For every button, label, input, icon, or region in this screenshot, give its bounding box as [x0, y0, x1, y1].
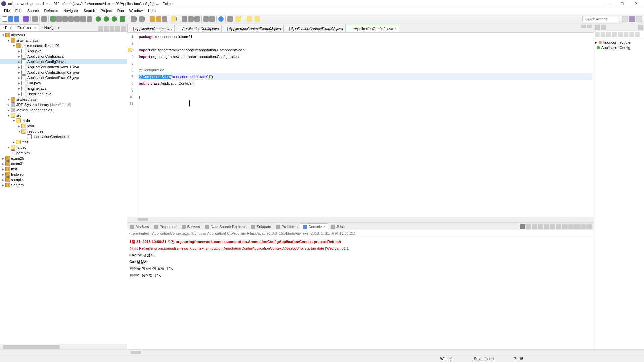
maximize-view-icon[interactable] [121, 26, 126, 31]
scroll-lock-icon[interactable] [544, 224, 549, 229]
tab-markers[interactable]: Markers [127, 224, 152, 230]
scrollbar-thumb[interactable] [138, 218, 148, 221]
tree-item[interactable]: Maven Dependencies [16, 108, 52, 112]
hide-static-icon[interactable] [606, 32, 611, 37]
more-tabs-icon[interactable] [638, 25, 643, 30]
collapse-all-icon[interactable] [98, 26, 103, 31]
tree-item[interactable]: JRE System Library [16, 103, 49, 107]
link-editor-icon[interactable] [104, 26, 109, 31]
annotation-icon[interactable] [209, 16, 215, 22]
editor-maximize-icon[interactable] [587, 25, 592, 28]
new-folder-icon[interactable] [162, 16, 167, 22]
outline-view[interactable]: ▸kr.or.connect.die ApplicationConfig [594, 38, 644, 52]
console-output[interactable]: 1월 31, 2018 10:00:21 오전 org.springframew… [127, 237, 594, 349]
tab-dse[interactable]: Data Source Explorer [203, 224, 249, 230]
tree-item[interactable]: diexam01 [11, 33, 27, 37]
hide-fields-icon[interactable] [601, 32, 605, 37]
menu-run[interactable]: Run [115, 8, 127, 13]
debug-last-icon[interactable] [104, 16, 109, 22]
tree-item[interactable]: firstweb [11, 172, 24, 176]
tree-item[interactable]: App.java [27, 49, 42, 53]
tree-item[interactable]: java [27, 124, 34, 128]
tab-properties[interactable]: Properties [152, 224, 179, 230]
build-icon[interactable] [23, 16, 29, 22]
focus-icon[interactable] [624, 32, 628, 37]
quick-access-input[interactable]: Quick Access [582, 16, 619, 22]
outline-tab-icon[interactable] [595, 25, 600, 30]
perspective-java-icon[interactable] [636, 16, 642, 22]
tab-junit[interactable]: JUnit [328, 224, 347, 230]
tree-item[interactable]: src [16, 113, 21, 117]
new-server-icon[interactable] [139, 16, 144, 22]
display-console-icon[interactable] [562, 224, 568, 229]
new-wizard-icon[interactable] [131, 16, 136, 22]
editor-tab[interactable]: ApplicationContextExam02.java [283, 25, 345, 32]
menu-refactor[interactable]: Refactor [42, 8, 61, 13]
minimize-button[interactable]: — [601, 0, 614, 7]
pin-icon[interactable] [227, 16, 233, 22]
task-list-tab-icon[interactable] [601, 25, 606, 30]
web-browser-icon[interactable] [218, 16, 224, 22]
menu-search[interactable]: Search [81, 8, 98, 13]
debug-icon[interactable] [50, 16, 56, 22]
editor-tab[interactable]: ApplicationContextExam03.java [221, 25, 283, 32]
menu-navigate[interactable]: Navigate [61, 8, 80, 13]
save-all-icon[interactable] [14, 16, 19, 22]
tree-item[interactable]: ApplicationContextExam03.java [27, 76, 79, 80]
run-icon[interactable] [112, 16, 117, 22]
open-console-icon[interactable] [568, 224, 574, 229]
tab-snippets[interactable]: Snippets [249, 224, 274, 230]
tree-item[interactable]: Engine.java [27, 86, 47, 90]
toggle-block-icon[interactable] [188, 16, 194, 22]
menu-file[interactable]: File [1, 8, 13, 13]
outline-item[interactable]: kr.or.connect.die [603, 40, 630, 44]
search2-icon[interactable] [171, 16, 176, 22]
save-icon[interactable] [8, 16, 13, 22]
close-icon[interactable]: × [34, 26, 36, 30]
hide-nonpublic-icon[interactable] [612, 32, 617, 37]
code-editor[interactable]: 1 2 3 4 5 6 7 8 9 10 11 package kr.or.co… [127, 33, 594, 217]
resume-icon[interactable] [62, 16, 68, 22]
close-icon[interactable]: × [394, 27, 396, 31]
clear-console-icon[interactable] [538, 224, 543, 229]
tree-item[interactable]: src/main/java [16, 38, 38, 42]
editor-tab[interactable]: ApplicationConfig.java [175, 25, 221, 32]
pin-console-icon[interactable] [556, 224, 561, 229]
tree-item[interactable]: UserBean.java [27, 92, 51, 96]
menu-project[interactable]: Project [98, 8, 114, 13]
tree-item[interactable]: ApplicationConfig2.java [27, 60, 66, 64]
tree-item[interactable]: sample [11, 178, 23, 182]
outline-menu-icon[interactable] [635, 32, 640, 37]
new-class-icon[interactable] [156, 16, 161, 22]
tree-item[interactable]: kr.or.connect.diexam01 [22, 44, 60, 48]
editor-minimize-icon[interactable] [581, 25, 586, 28]
step-into-icon[interactable] [80, 16, 86, 22]
tree-item[interactable]: target [16, 145, 26, 149]
tree-item[interactable]: applicationContext.xml [33, 135, 70, 139]
min-view-icon[interactable] [580, 224, 586, 229]
sort-icon[interactable] [595, 32, 600, 37]
hide-local-icon[interactable] [618, 32, 623, 37]
terminate-icon[interactable] [520, 224, 525, 229]
tree-item[interactable]: main [22, 119, 30, 123]
tree-item[interactable]: Servers [11, 183, 24, 187]
new-console-icon[interactable] [574, 224, 580, 229]
nav-fwd-icon[interactable] [255, 16, 260, 22]
tree-item[interactable]: test [22, 140, 28, 144]
tree-item[interactable]: exam31 [11, 162, 24, 166]
coverage-icon[interactable] [120, 16, 125, 22]
tab-navigator[interactable]: Navigator [39, 24, 63, 31]
tab-project-explorer[interactable]: Project Explorer × [0, 24, 39, 31]
menu-window[interactable]: Window [127, 8, 145, 13]
minimize-view-icon[interactable] [115, 26, 120, 31]
tree-item[interactable]: ApplicationContextExam01.java [27, 65, 79, 69]
search-icon[interactable] [41, 16, 47, 22]
link-icon[interactable] [629, 32, 634, 37]
tree-item[interactable]: ApplicationContextExam02.java [27, 70, 79, 74]
tab-console[interactable]: Console× [300, 223, 328, 230]
scrollbar-thumb[interactable] [131, 351, 141, 354]
tree-item[interactable]: first [11, 167, 17, 171]
tree-item[interactable]: resources [27, 129, 43, 133]
menu-help[interactable]: Help [145, 8, 158, 13]
tree-item[interactable]: ApplicationConfig.java [27, 54, 64, 58]
